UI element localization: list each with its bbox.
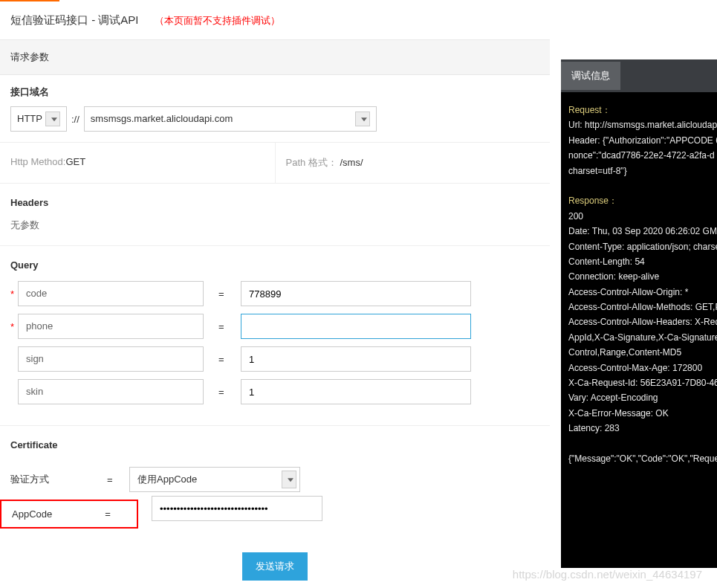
query-title: Query [10,259,539,271]
debug-acam: Access-Control-Allow-Methods: GET,POST [568,300,710,314]
debug-acah: Access-Control-Allow-Headers: X-Requeste… [568,314,710,329]
http-method-value: GET [65,156,85,167]
protocol-value: HTTP [17,113,42,124]
query-name-skin: skin [18,379,204,404]
domain-label: 接口域名 [0,75,550,106]
query-name-code: code [18,281,204,306]
debug-status: 200 [568,209,710,224]
auth-method-select[interactable]: 使用AppCode [129,467,300,492]
debug-nonce: nonce":"dcad7786-22e2-4722-a2fa-d [568,148,710,163]
chevron-down-icon [51,117,57,121]
plugin-warning: （本页面暂不支持插件调试） [155,15,280,26]
host-select[interactable]: smsmsgs.market.alicloudapi.com [84,106,377,132]
query-name-sign: sign [18,346,204,372]
http-method-cell: Http Method:GET [0,143,276,183]
query-name-phone: phone [18,314,204,339]
query-value-phone[interactable] [241,314,471,339]
debug-output: Request： Url: http://smsmsgs.market.alic… [561,92,717,568]
headers-title: Headers [10,197,539,208]
appcode-label: AppCode [12,508,105,520]
chevron-down-icon [361,117,367,121]
debug-url: Url: http://smsmsgs.market.alicloudapi.c… [568,117,710,132]
debug-header: Header: {"Authorization":"APPCODE 6 [568,133,710,148]
debug-errmsg: X-Ca-Error-Message: OK [568,406,710,421]
debug-request-label: Request： [568,105,611,115]
path-cell: Path 格式： /sms/ [276,143,551,183]
debug-appid: AppId,X-Ca-Signature,X-Ca-Signature- [568,330,710,345]
required-mark: * [10,288,18,300]
debug-maxage: Access-Control-Max-Age: 172800 [568,361,710,375]
http-method-label: Http Method: [10,156,65,167]
watermark: https://blog.csdn.net/weixin_44634197 [513,568,702,581]
equals-sign: = [218,288,241,300]
query-row: * code = [10,281,539,306]
protocol-select[interactable]: HTTP [10,106,67,132]
page-title: 短信验证码接口 - 调试API [10,13,139,26]
debug-body: {"Message":"OK","Code":"OK","Reque [568,451,710,466]
debug-latency: Latency: 283 [568,421,710,436]
debug-clen: Content-Length: 54 [568,254,710,269]
equals-sign: = [107,474,129,485]
query-row: sign = [10,346,539,372]
scheme-separator: :// [71,114,80,125]
query-value-sign[interactable] [241,346,471,372]
section-request-params: 请求参数 [0,39,550,75]
debug-control: Control,Range,Content-MD5 [568,345,710,360]
appcode-input[interactable] [152,496,322,521]
auth-method-row: 验证方式 = 使用AppCode [10,467,539,492]
debug-vary: Vary: Accept-Encoding [568,390,710,405]
tab-debug-info[interactable]: 调试信息 [561,62,620,90]
debug-acao: Access-Control-Allow-Origin: * [568,285,710,300]
debug-response-label: Response： [568,196,617,206]
path-value: /sms/ [340,157,363,168]
appcode-highlight: AppCode = [0,500,138,529]
auth-method-value: 使用AppCode [137,474,197,485]
equals-sign: = [218,321,241,332]
debug-ctype: Content-Type: application/json; charset [568,239,710,254]
equals-sign: = [218,387,241,398]
query-value-code[interactable] [241,281,471,306]
debug-charset: charset=utf-8"} [568,164,710,178]
equals-sign: = [105,508,126,520]
headers-empty: 无参数 [10,219,539,232]
debug-reqid: X-Ca-Request-Id: 56E23A91-7D80-46 [568,375,710,390]
query-value-skin[interactable] [241,379,471,404]
auth-method-label: 验证方式 [10,473,107,486]
send-request-button[interactable]: 发送请求 [242,552,308,581]
required-mark: * [10,321,18,332]
query-row: skin = [10,379,539,404]
host-value: smsmsgs.market.alicloudapi.com [91,113,233,124]
debug-conn: Connection: keep-alive [568,269,710,284]
equals-sign: = [218,354,241,365]
certificate-title: Certificate [10,439,539,450]
path-label: Path 格式： [286,157,337,168]
appcode-row: AppCode = [12,508,126,520]
query-row: * phone = [10,314,539,339]
debug-panel: 调试信息 Request： Url: http://smsmsgs.market… [561,59,717,568]
debug-date: Date: Thu, 03 Sep 2020 06:26:02 GMT [568,224,710,239]
chevron-down-icon [288,478,293,482]
